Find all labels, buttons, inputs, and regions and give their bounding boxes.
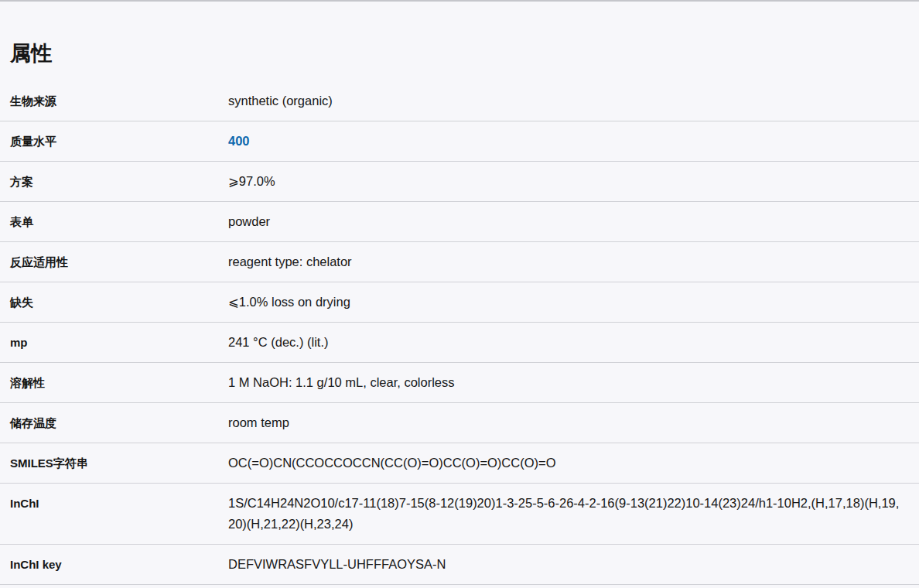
property-label: mp — [0, 332, 228, 353]
property-value: synthetic (organic) — [228, 91, 919, 111]
property-value: OC(=O)CN(CCOCCOCCN(CC(O)=O)CC(O)=O)CC(O)… — [228, 453, 919, 473]
property-row: 表单 powder — [0, 202, 919, 242]
property-value: ⩾97.0% — [228, 171, 919, 192]
property-row: 缺失 ⩽1.0% loss on drying — [0, 282, 919, 323]
property-label: InChI key — [0, 554, 228, 575]
property-row: 生物来源 synthetic (organic) — [0, 81, 919, 121]
property-row: 储存温度 room temp — [0, 403, 919, 443]
property-row: 方案 ⩾97.0% — [0, 162, 919, 202]
property-value: 1 M NaOH: 1.1 g/10 mL, clear, colorless — [228, 372, 919, 393]
property-row: 反应适用性 reagent type: chelator — [0, 242, 919, 282]
property-label: 缺失 — [0, 292, 228, 313]
property-value: room temp — [228, 412, 919, 433]
property-row: 质量水平 400 — [0, 121, 919, 162]
property-label: 生物来源 — [0, 91, 228, 111]
product-properties-section: 属性 生物来源 synthetic (organic) 质量水平 400 方案 … — [0, 0, 919, 588]
property-row: 溶解性 1 M NaOH: 1.1 g/10 mL, clear, colorl… — [0, 363, 919, 403]
property-value: 1S/C14H24N2O10/c17-11(18)7-15(8-12(19)20… — [228, 493, 919, 535]
property-value: reagent type: chelator — [228, 251, 919, 272]
property-value: 241 °C (dec.) (lit.) — [228, 332, 919, 353]
page-title: 属性 — [0, 2, 919, 67]
property-row: InChI 1S/C14H24N2O10/c17-11(18)7-15(8-12… — [0, 484, 919, 545]
property-label: InChI — [0, 493, 228, 514]
properties-table: 生物来源 synthetic (organic) 质量水平 400 方案 ⩾97… — [0, 81, 919, 585]
quality-level-link[interactable]: 400 — [228, 131, 919, 152]
property-label: 反应适用性 — [0, 251, 228, 272]
property-value: DEFVIWRASFVYLL-UHFFFAOYSA-N — [228, 554, 919, 575]
property-value: ⩽1.0% loss on drying — [228, 292, 919, 313]
property-row: mp 241 °C (dec.) (lit.) — [0, 323, 919, 363]
property-label: 溶解性 — [0, 372, 228, 393]
property-value: powder — [228, 211, 919, 232]
property-label: 方案 — [0, 171, 228, 192]
property-label: 表单 — [0, 211, 228, 232]
property-label: 储存温度 — [0, 412, 228, 433]
property-row: InChI key DEFVIWRASFVYLL-UHFFFAOYSA-N — [0, 545, 919, 585]
property-label: SMILES字符串 — [0, 453, 228, 473]
property-label: 质量水平 — [0, 131, 228, 152]
property-row: SMILES字符串 OC(=O)CN(CCOCCOCCN(CC(O)=O)CC(… — [0, 443, 919, 484]
